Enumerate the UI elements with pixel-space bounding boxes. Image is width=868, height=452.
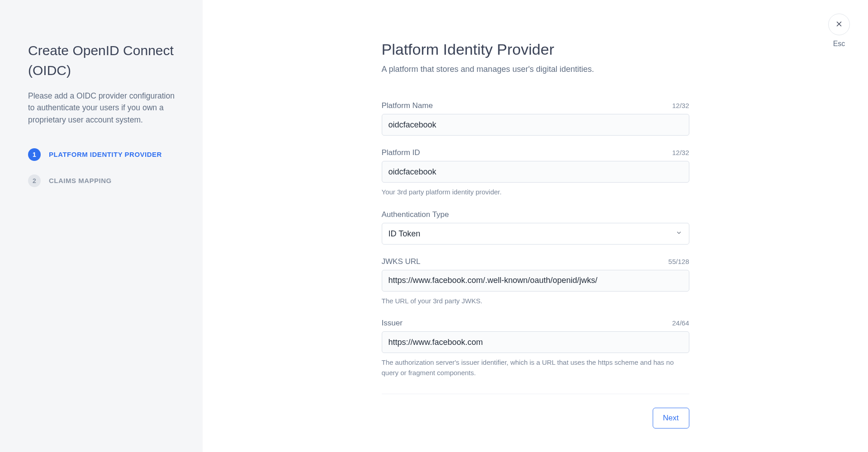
field-jwks-url: JWKS URL 55/128 The URL of your 3rd part…	[382, 257, 689, 306]
auth-type-label: Authentication Type	[382, 210, 449, 219]
jwks-help: The URL of your 3rd party JWKS.	[382, 296, 689, 306]
sidebar-description: Please add a OIDC provider configuration…	[28, 90, 175, 126]
step-number-badge: 1	[28, 148, 41, 161]
jwks-label: JWKS URL	[382, 257, 421, 266]
issuer-counter: 24/64	[672, 319, 689, 327]
issuer-input[interactable]	[382, 331, 689, 353]
platform-name-label: Platform Name	[382, 101, 433, 110]
close-area: Esc	[828, 14, 850, 48]
platform-id-label: Platform ID	[382, 148, 420, 157]
step-number-badge: 2	[28, 174, 41, 187]
step-claims-mapping[interactable]: 2 CLAIMS MAPPING	[28, 174, 175, 187]
issuer-label: Issuer	[382, 319, 403, 328]
sidebar-title: Create OpenID Connect (OIDC)	[28, 41, 175, 80]
step-label: CLAIMS MAPPING	[49, 177, 112, 184]
platform-id-counter: 12/32	[672, 149, 689, 156]
jwks-url-input[interactable]	[382, 270, 689, 292]
main-panel: Esc Platform Identity Provider A platfor…	[203, 0, 868, 452]
field-platform-id: Platform ID 12/32 Your 3rd party platfor…	[382, 148, 689, 198]
step-label: PLATFORM IDENTITY PROVIDER	[49, 151, 162, 158]
form-divider	[382, 394, 689, 394]
jwks-counter: 55/128	[669, 258, 689, 265]
field-issuer: Issuer 24/64 The authorization server's …	[382, 319, 689, 378]
page-subtitle: A platform that stores and manages user'…	[382, 65, 689, 74]
field-platform-name: Platform Name 12/32	[382, 101, 689, 136]
platform-name-counter: 12/32	[672, 102, 689, 109]
wizard-sidebar: Create OpenID Connect (OIDC) Please add …	[0, 0, 203, 452]
next-button[interactable]: Next	[653, 408, 689, 428]
form-actions: Next	[382, 408, 689, 428]
platform-id-input[interactable]	[382, 161, 689, 183]
close-button[interactable]	[828, 14, 850, 35]
page-title: Platform Identity Provider	[382, 41, 689, 58]
close-icon	[835, 20, 843, 29]
platform-name-input[interactable]	[382, 114, 689, 136]
esc-label: Esc	[828, 40, 850, 48]
form-container: Platform Identity Provider A platform th…	[382, 41, 689, 429]
field-auth-type: Authentication Type ID Token	[382, 210, 689, 245]
step-platform-identity-provider[interactable]: 1 PLATFORM IDENTITY PROVIDER	[28, 148, 175, 161]
wizard-steps: 1 PLATFORM IDENTITY PROVIDER 2 CLAIMS MA…	[28, 148, 175, 187]
issuer-help: The authorization server's issuer identi…	[382, 358, 689, 378]
auth-type-select[interactable]: ID Token	[382, 223, 689, 245]
platform-id-help: Your 3rd party platform identity provide…	[382, 187, 689, 198]
